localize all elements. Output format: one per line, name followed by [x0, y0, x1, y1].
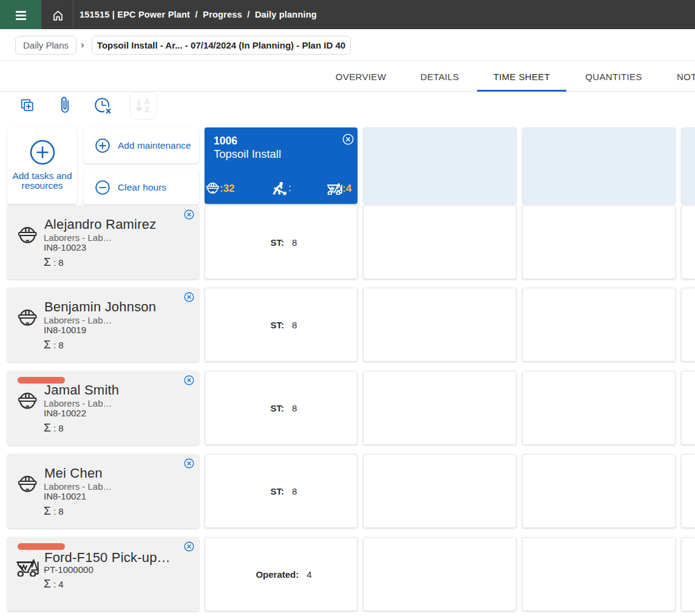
svg-text:Z: Z: [144, 105, 149, 114]
